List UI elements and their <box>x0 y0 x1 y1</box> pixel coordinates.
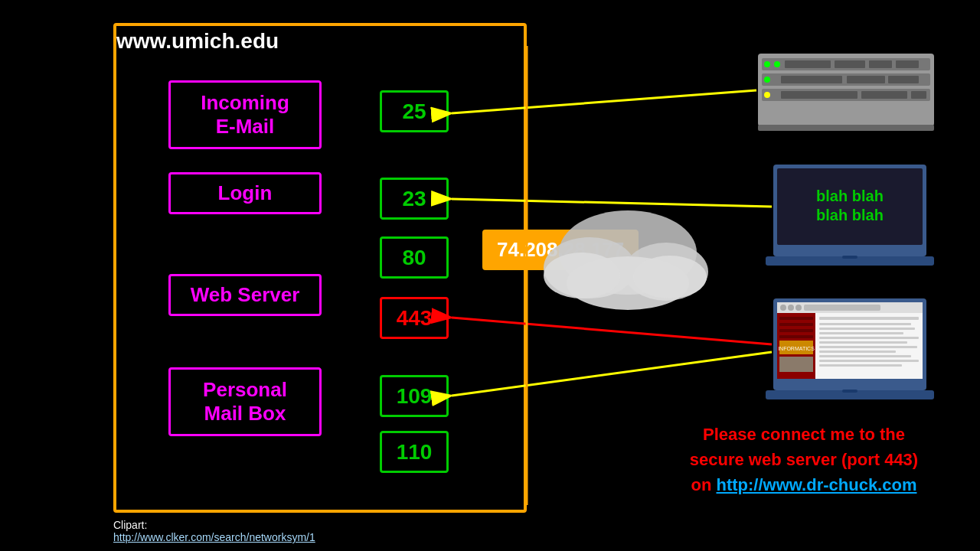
svg-rect-40 <box>779 357 813 372</box>
svg-rect-34 <box>779 317 813 320</box>
port-443-box: 443 <box>380 297 449 339</box>
svg-rect-46 <box>819 337 919 339</box>
svg-point-19 <box>764 92 770 98</box>
please-connect-line3-prefix: on <box>691 475 717 494</box>
clipart-credit: Clipart: http://www.clker.com/search/net… <box>113 519 315 543</box>
port-23-label: 23 <box>402 187 426 211</box>
svg-rect-35 <box>779 323 813 326</box>
svg-rect-36 <box>779 329 813 332</box>
svg-rect-28 <box>777 302 923 313</box>
svg-rect-10 <box>835 60 865 68</box>
laptop2-body <box>773 298 926 390</box>
port-109-box: 109 <box>380 375 449 417</box>
svg-text:INFORMATICS: INFORMATICS <box>778 346 815 351</box>
svg-rect-22 <box>911 91 926 99</box>
incoming-email-box: IncomingE-Mail <box>168 80 322 149</box>
personal-mailbox-box: PersonalMail Box <box>168 367 322 436</box>
svg-point-29 <box>780 305 786 311</box>
clipart-label: Clipart: <box>113 519 147 531</box>
svg-rect-49 <box>819 350 896 353</box>
port-443-label: 443 <box>397 306 433 331</box>
incoming-email-label: IncomingE-Mail <box>201 91 289 139</box>
blah-text-line2: blah blah <box>816 207 884 223</box>
port-80-box: 80 <box>380 236 449 279</box>
please-connect-text: Please connect me to the secure web serv… <box>651 422 957 497</box>
svg-rect-41 <box>817 313 923 379</box>
svg-point-14 <box>764 77 770 83</box>
svg-rect-16 <box>847 76 885 83</box>
svg-rect-17 <box>888 76 919 83</box>
web-server-label: Web Server <box>191 283 300 307</box>
svg-rect-27 <box>777 302 923 379</box>
svg-rect-24 <box>777 168 923 245</box>
ip-address-label: 74.208.28.177 <box>497 238 624 261</box>
please-connect-box: Please connect me to the secure web serv… <box>651 422 957 497</box>
port-23-box: 23 <box>380 178 449 220</box>
svg-rect-53 <box>766 390 934 399</box>
svg-rect-15 <box>781 76 842 83</box>
clipart-link[interactable]: http://www.clker.com/search/networksym/1 <box>113 531 315 543</box>
domain-label: www.umich.edu <box>116 29 279 54</box>
svg-point-5 <box>633 256 707 298</box>
login-label: Login <box>218 181 273 205</box>
laptop1-body <box>773 165 926 256</box>
svg-rect-21 <box>861 91 907 99</box>
svg-rect-50 <box>819 355 911 357</box>
port-109-label: 109 <box>397 384 433 409</box>
svg-point-7 <box>764 61 770 67</box>
svg-rect-25 <box>766 256 934 266</box>
port-110-label: 110 <box>397 440 433 465</box>
svg-point-31 <box>795 305 802 311</box>
svg-rect-33 <box>777 313 815 379</box>
svg-rect-43 <box>819 323 911 325</box>
ip-address-box: 74.208.28.177 <box>482 230 639 270</box>
svg-rect-23 <box>758 125 934 131</box>
svg-rect-42 <box>819 317 919 320</box>
svg-rect-6 <box>762 58 930 70</box>
svg-rect-54 <box>842 390 858 393</box>
port-25-label: 25 <box>402 99 426 124</box>
blah-text-line1: blah blah <box>816 187 884 204</box>
svg-point-8 <box>774 61 780 67</box>
svg-rect-37 <box>779 335 813 338</box>
svg-rect-48 <box>819 346 917 348</box>
svg-rect-45 <box>819 332 903 334</box>
svg-point-30 <box>788 305 794 311</box>
svg-rect-18 <box>762 89 930 101</box>
svg-rect-20 <box>781 91 858 99</box>
port-80-label: 80 <box>402 246 426 270</box>
svg-rect-32 <box>804 305 880 311</box>
please-connect-line2: secure web server (port 443) <box>690 450 918 469</box>
login-box: Login <box>168 172 322 214</box>
svg-rect-44 <box>819 328 915 330</box>
please-connect-link[interactable]: http://www.dr-chuck.com <box>717 475 917 494</box>
svg-rect-38 <box>779 341 813 354</box>
web-server-box: Web Server <box>168 274 322 316</box>
svg-rect-9 <box>785 60 831 68</box>
svg-rect-11 <box>869 60 892 68</box>
svg-rect-13 <box>762 73 930 86</box>
port-25-box: 25 <box>380 90 449 132</box>
svg-rect-51 <box>819 360 919 362</box>
svg-rect-52 <box>819 364 902 367</box>
svg-rect-12 <box>896 60 919 68</box>
rack-server <box>758 54 934 126</box>
port-110-box: 110 <box>380 431 449 473</box>
personal-mailbox-label: PersonalMail Box <box>203 378 287 425</box>
please-connect-line1: Please connect me to the <box>703 425 905 444</box>
svg-rect-26 <box>842 256 858 259</box>
svg-rect-47 <box>819 341 907 344</box>
